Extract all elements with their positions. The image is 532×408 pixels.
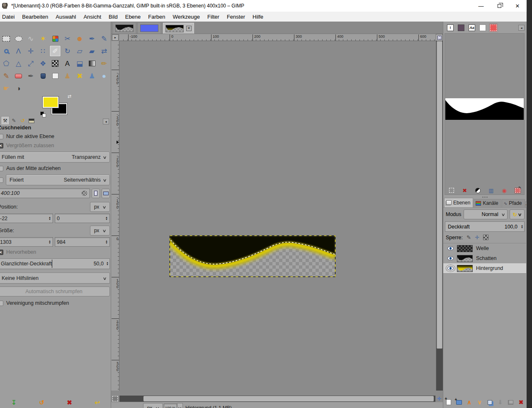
tab-pfade[interactable]: ∿ Pfade [502,199,525,207]
zoom-dropdown-button[interactable]: ∨ [177,403,183,408]
tool-bucket-fill[interactable]: ⬓ [74,58,85,69]
navigation-icon[interactable]: ✛ [436,396,442,402]
dock-tab-patterns[interactable] [457,24,466,32]
restore-button[interactable] [490,0,508,12]
save-to-channel-button[interactable]: ▥ [487,187,495,194]
menu-werkzeuge[interactable]: Werkzeuge [169,12,204,21]
menu-bearbeiten[interactable]: Bearbeiten [18,12,52,21]
selection-to-path-button[interactable]: ◉ [500,187,508,194]
tab-undo-history[interactable]: ↺ [18,117,27,124]
landscape-orientation-button[interactable] [102,189,110,198]
lock-pixels-icon[interactable]: ✎ [466,234,471,240]
select-all-button[interactable] [448,187,455,194]
image-tab-blue[interactable] [138,23,160,34]
highlight-opacity-slider[interactable]: Glanzlichter-Deckkraft 50,0 ▲▼ [0,258,110,269]
tab-tool-options[interactable]: ⚒ [1,116,10,124]
tool-scissors[interactable]: ✂ [62,33,73,44]
checkbox-highlight[interactable]: ✕ [0,250,3,255]
delete-tool-options-button[interactable]: ✖ [65,399,74,406]
horizontal-scrollbar-thumb[interactable] [143,396,434,401]
tool-crop[interactable]: ✐ [49,45,61,57]
selection-preview[interactable] [445,98,524,120]
tool-flip[interactable]: ⇄ [98,45,110,57]
collapse-panel-button[interactable]: ◂ [525,202,527,207]
tool-cage-transform[interactable]: ⬠ [0,58,12,69]
menu-ansicht[interactable]: Ansicht [80,12,105,21]
collapse-panel-button[interactable]: ◂ [518,25,525,31]
foreground-color-swatch[interactable] [43,97,58,108]
tool-warp-grid[interactable] [49,58,61,69]
aspect-ratio-input[interactable]: 400:100 [0,188,90,198]
position-y-field[interactable]: 0 ▲▼ [55,214,110,223]
layer-mode-dropdown[interactable]: Normal ∨ [464,209,508,219]
tool-color-picker[interactable]: ✎ [98,33,110,44]
visibility-eye-icon[interactable] [447,246,454,250]
size-width-field[interactable]: 1303 ▲▼ [0,237,53,247]
visibility-eye-icon[interactable] [447,266,454,270]
close-button[interactable]: ✕ [508,0,527,12]
position-unit-dropdown[interactable]: px ∨ [90,202,110,212]
tool-paths[interactable]: ✒ [86,33,98,44]
menu-hilfe[interactable]: Hilfe [249,12,267,21]
tool-select-by-color[interactable] [49,33,61,44]
guides-dropdown[interactable]: Keine Hilfslinien ∨ [0,273,110,284]
tab-kanaele[interactable]: Kanäle [474,199,501,207]
menu-filter[interactable]: Filter [204,12,223,21]
new-layer-button[interactable] [445,398,453,406]
checkbox-shrink-merged[interactable] [0,301,3,306]
tool-text[interactable]: A [62,58,73,69]
tab-images[interactable] [27,117,36,124]
unit-dropdown[interactable]: px ∨ [143,403,163,408]
menu-bild[interactable]: Bild [105,12,121,21]
quick-mask-toggle[interactable] [112,396,118,401]
checkbox-from-center[interactable] [0,166,3,171]
checkbox-allow-growing[interactable]: ✕ [0,143,3,148]
dock-tab-brushes[interactable]: ! [446,24,455,32]
tool-blur-sharpen[interactable]: ● [98,70,110,82]
dock-tab-selection-editor[interactable] [489,24,498,32]
checkbox-fixed[interactable] [0,177,3,183]
tool-heal[interactable]: ✖ [74,70,85,82]
tool-ellipse-select[interactable] [13,33,24,44]
delete-layer-button[interactable]: ✖ [517,398,525,406]
tool-perspective-clone[interactable]: ♟ [86,70,98,82]
select-none-button[interactable]: ✖ [461,187,469,194]
vertical-scrollbar-thumb[interactable] [437,41,442,349]
tool-pencil[interactable]: ✏ [98,58,110,69]
fill-with-dropdown[interactable]: Füllen mit Transparenz ∨ [0,152,110,163]
new-layer-group-button[interactable] [455,398,463,406]
zoom-fit-button[interactable] [436,34,443,41]
menu-datei[interactable]: Datei [0,12,18,21]
raise-layer-button[interactable]: ∧ [465,398,474,406]
vertical-scrollbar[interactable] [436,41,443,391]
tool-zoom[interactable] [0,45,12,57]
lower-layer-button[interactable]: ∨ [476,398,484,406]
horizontal-ruler[interactable]: -1000100200300400500600 [119,34,436,41]
menu-ebene[interactable]: Ebene [121,12,145,21]
dock-tab-fonts[interactable]: Aa [467,24,476,32]
swap-colors-icon[interactable]: ⇄ [68,94,71,99]
canvas-viewport[interactable] [119,41,436,391]
tool-rectangle-select[interactable] [0,33,12,44]
tool-move[interactable]: ✛ [25,45,36,57]
menu-fenster[interactable]: Fenster [223,12,249,21]
zoom-level-input[interactable]: 100 % [164,403,177,408]
tool-clone[interactable]: ♟ [62,70,73,82]
lock-position-icon[interactable]: ✛ [475,234,479,240]
size-unit-dropdown[interactable]: px ∨ [90,226,110,236]
tool-free-select[interactable]: ∿ [25,33,36,44]
restore-tool-options-button[interactable]: ↺ [37,399,46,406]
vertical-ruler[interactable]: -400-300-200-1000100200300 [111,41,119,391]
opacity-slider[interactable]: Deckkraft 100,0 ▲▼ [445,221,525,232]
mode-group-switch-button[interactable]: ↻ ∨ [510,209,525,219]
visibility-eye-icon[interactable] [447,256,454,260]
color-area[interactable]: ⇄ [41,95,70,116]
tool-perspective[interactable]: ▰ [86,45,98,57]
merge-layer-button[interactable] [507,398,515,406]
anchor-layer-button[interactable]: ⇓ [496,398,505,406]
tool-ink[interactable] [37,70,49,82]
tool-foreground-select[interactable]: ☻ [74,33,85,44]
portrait-orientation-button[interactable] [92,189,100,198]
stroke-selection-button[interactable] [514,187,521,194]
fixed-dropdown[interactable]: Fixiert Seitenverhältnis ∨ [6,175,110,185]
